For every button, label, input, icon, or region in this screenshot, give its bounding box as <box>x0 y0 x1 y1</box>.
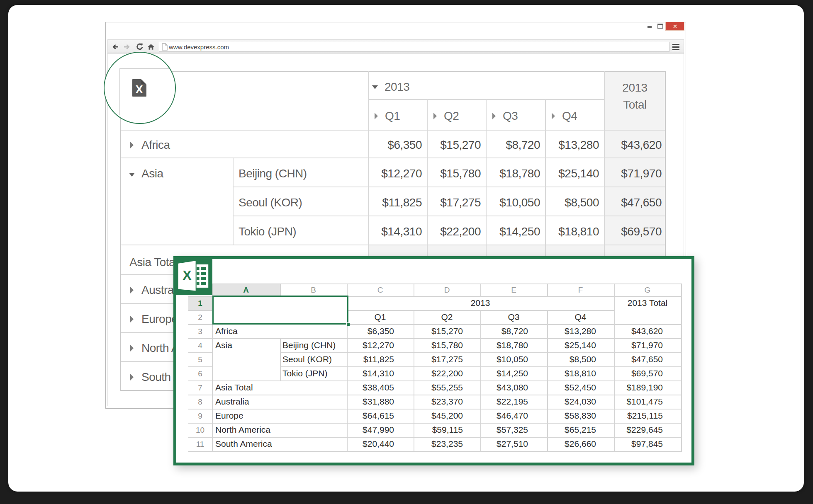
svg-text:X: X <box>135 83 143 96</box>
svg-text:X: X <box>183 268 192 283</box>
